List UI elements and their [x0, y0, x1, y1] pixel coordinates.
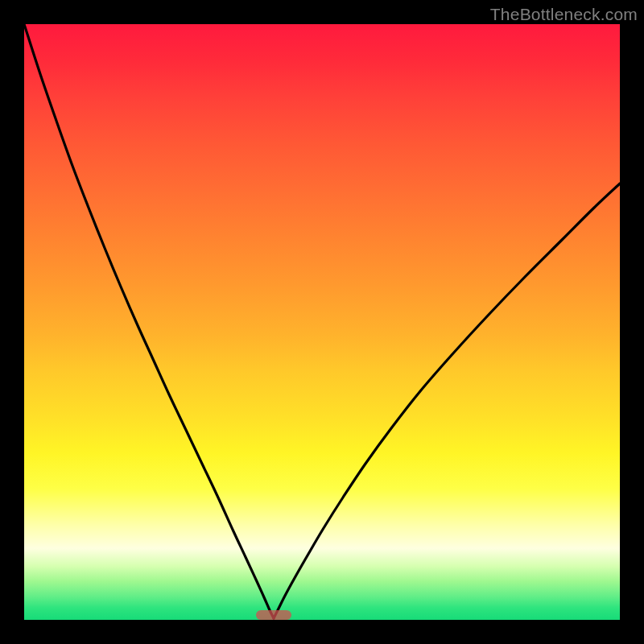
vertex-marker [256, 610, 291, 620]
outer-frame: TheBottleneck.com [0, 0, 644, 644]
plot-area [24, 24, 620, 620]
watermark-text: TheBottleneck.com [490, 5, 638, 24]
curve-right-branch [274, 184, 620, 618]
curve-svg [24, 24, 620, 620]
curve-left-branch [24, 24, 274, 618]
